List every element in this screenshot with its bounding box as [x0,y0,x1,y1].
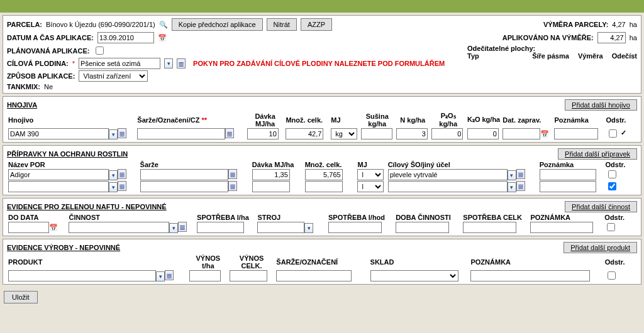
ha-unit-2: ha [630,34,637,41]
dat-cal-icon[interactable] [540,129,549,138]
por1-list-icon[interactable] [118,181,126,191]
por1-cilovy-dd-icon[interactable] [508,182,516,192]
kopie-button[interactable]: Kopie předchozí aplikace [172,18,263,31]
vyroba-produkt-list-icon[interactable] [165,270,174,280]
col-odstr: Odstr. [605,112,637,128]
cilova-list-icon[interactable] [177,58,186,68]
nitrat-button[interactable]: Nitrát [267,18,297,31]
por0-cilovy-input[interactable] [388,169,508,180]
vyroba-sarze-input[interactable] [276,270,352,281]
por1-cilovy-input[interactable] [388,181,508,192]
vyroba-vynostha-input[interactable] [189,270,221,281]
odecit-vymera: Výměra [578,52,603,60]
por0-odstr-checkbox[interactable] [608,170,616,178]
sarze-list-icon[interactable] [225,128,234,138]
dat-input[interactable] [502,128,540,139]
nafta-stroj-dd-icon[interactable] [304,223,313,233]
por0-sarze-input[interactable] [140,169,228,180]
por1-mj-select[interactable]: l [357,181,384,192]
por0-sarze-list-icon[interactable] [228,169,237,179]
zpusob-select[interactable]: Vlastní zařízení [79,70,148,82]
save-button[interactable]: Uložit [4,291,38,303]
por1-sarze-list-icon[interactable] [228,181,237,191]
nafta-spotcelk-input[interactable] [463,222,516,233]
nafta-stroj-input[interactable] [257,222,304,233]
por-table: Název POR Šarže Dávka MJ/ha Množ. celk. … [7,161,637,192]
col-k2o: K₂O kg/ha [466,112,501,128]
por1-davka-input[interactable] [252,181,290,192]
por1-sarze-input[interactable] [140,181,228,192]
aplik-input[interactable] [597,32,626,43]
por0-cilovy-list-icon[interactable] [516,169,525,179]
odstr-checkbox[interactable] [609,129,617,138]
col-vyroba-produkt: PRODUKT [7,254,188,270]
hnojivo-input[interactable] [8,128,109,139]
por1-pozn-input[interactable] [540,181,596,192]
col-nafta-splhod: SPOTŘEBA l/hod [327,214,394,221]
cilova-dropdown-icon[interactable] [164,58,173,68]
add-vyroba-button[interactable]: Přidat další produkt [564,242,637,253]
datum-input[interactable] [97,32,154,43]
planovana-checkbox[interactable] [96,46,104,55]
nafta-cal-icon[interactable] [49,223,58,232]
por0-nazev-input[interactable] [8,169,109,180]
add-nafta-button[interactable]: Přidat další činnost [565,201,637,212]
vyroba-table: PRODUKT VÝNOS t/ha VÝNOS CELK. ŠARŽE/OZN… [7,254,637,281]
n-input[interactable] [396,128,428,139]
cilova-label: CÍLOVÁ PLODINA: [7,60,69,67]
nafta-cinnost-dd-icon[interactable] [169,223,178,233]
aplik-label: APLIKOVÁNO NA VÝMĚŘE: [502,34,594,41]
vyroba-row [7,270,637,281]
por1-cilovy-list-icon[interactable] [516,181,525,191]
mnozcelk-input[interactable] [286,128,323,139]
nafta-doba-input[interactable] [396,222,449,233]
hnojivo-dd-icon[interactable] [109,129,118,139]
nafta-cinnost-list-icon[interactable] [178,222,187,232]
azzp-button[interactable]: AZZP [301,18,332,31]
k2o-input[interactable] [467,128,499,139]
por0-cilovy-dd-icon[interactable] [508,170,516,180]
hnojivo-list-icon[interactable] [118,128,126,138]
por0-davka-input[interactable] [252,169,290,180]
nafta-splha-input[interactable] [197,222,244,233]
vyroba-vynoscelk-input[interactable] [230,270,267,281]
vyroba-odstr-checkbox[interactable] [608,271,616,280]
add-por-button[interactable]: Přidat další přípravek [558,148,637,160]
nafta-title: EVIDENCE PRO ZELENOU NAFTU - NEPOVINNÉ [7,203,167,210]
nafta-cinnost-input[interactable] [69,222,169,233]
col-por-davka: Dávka MJ/ha [251,161,304,168]
pozn-input[interactable] [554,128,598,139]
add-hnojivo-button[interactable]: Přidat další hnojivo [565,99,637,111]
vyroba-sklad-select[interactable] [370,270,458,281]
por0-pozn-input[interactable] [540,169,596,180]
nafta-pozn-input[interactable] [530,222,593,233]
vyroba-produkt-dd-icon[interactable] [156,271,165,281]
ha-unit-1: ha [630,21,637,28]
por1-odstr-checkbox[interactable] [608,182,616,190]
davka-input[interactable] [247,128,279,139]
por1-dd-icon[interactable] [109,182,118,192]
por0-list-icon[interactable] [118,169,126,179]
nafta-dodata-input[interactable] [8,222,49,233]
col-por-mj: MJ [356,161,386,168]
por0-mj-select[interactable]: l [357,169,384,180]
mj-select[interactable]: kg [331,128,357,139]
sarze-input[interactable] [137,128,225,139]
cilova-input[interactable] [79,58,160,69]
calendar-icon[interactable] [158,33,167,42]
p2o5-input[interactable] [431,128,463,139]
vyroba-produkt-input[interactable] [8,270,156,281]
odecit-odecist: Odečíst [612,52,637,60]
por0-mnoz-input[interactable] [305,169,343,180]
odecit-label: Odečítatelné plochy: [467,45,637,52]
vyroba-pozn-input[interactable] [470,270,590,281]
col-nafta-odstr: Odstr. [603,214,637,221]
por1-nazev-input[interactable] [8,181,109,192]
susina-input[interactable] [361,128,392,139]
por1-mnoz-input[interactable] [305,181,343,192]
col-vyroba-odstr: Odstr. [604,254,637,270]
por0-dd-icon[interactable] [109,170,118,180]
nafta-splhod-input[interactable] [328,222,382,233]
nafta-odstr-checkbox[interactable] [607,223,615,231]
search-icon[interactable] [159,20,168,29]
